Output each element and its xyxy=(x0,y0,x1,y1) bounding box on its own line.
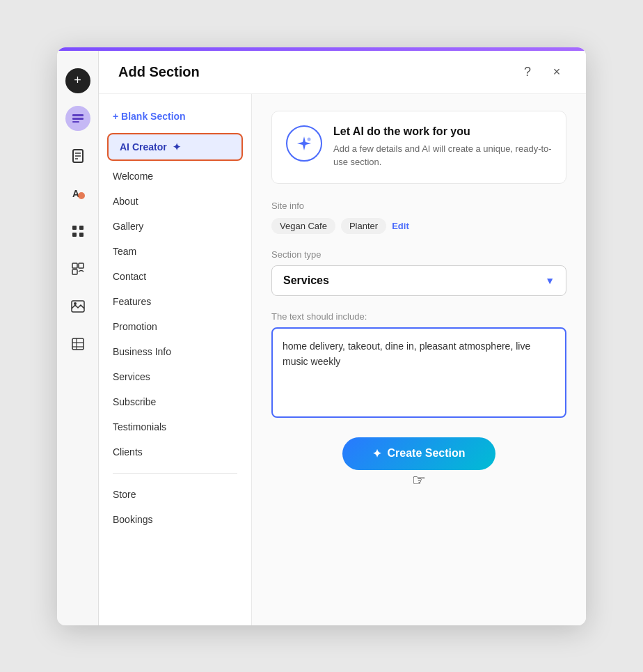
ai-promo-text: Let AI do the work for you Add a few det… xyxy=(333,125,552,169)
svg-rect-11 xyxy=(72,233,77,237)
left-panel: + Blank Section AI Creator ✦ Welcome Abo… xyxy=(99,94,252,625)
ai-promo-subtitle: Add a few details and AI will create a u… xyxy=(333,142,552,169)
svg-rect-10 xyxy=(79,226,84,230)
modal-wrapper: + A xyxy=(57,47,586,625)
btn-wrapper: ✦ Create Section ☞ xyxy=(271,437,566,470)
site-info-label: Site info xyxy=(271,201,566,211)
svg-rect-12 xyxy=(79,233,84,237)
ai-icon-circle xyxy=(286,125,322,162)
section-type-select[interactable]: Services ▼ xyxy=(271,265,566,296)
apps-icon-btn[interactable] xyxy=(65,219,90,244)
section-item-store[interactable]: Store xyxy=(99,482,251,507)
icon-sidebar: + A xyxy=(57,47,99,625)
modal-title: Add Section xyxy=(118,64,200,80)
section-item-bookings[interactable]: Bookings xyxy=(99,507,251,532)
right-panel: Let AI do the work for you Add a few det… xyxy=(252,94,586,625)
edit-site-info-link[interactable]: Edit xyxy=(392,221,409,231)
help-button[interactable]: ? xyxy=(518,63,537,82)
cursor-icon: ☞ xyxy=(412,471,426,490)
section-item-clients[interactable]: Clients xyxy=(99,439,251,464)
outer-container: + A xyxy=(0,0,643,672)
modal-body: + Blank Section AI Creator ✦ Welcome Abo… xyxy=(99,94,586,625)
header-actions: ? × xyxy=(518,63,566,82)
pages-icon-btn[interactable] xyxy=(65,106,90,131)
site-info-row: Vegan Cafe Planter Edit xyxy=(271,218,566,234)
section-item-features[interactable]: Features xyxy=(99,289,251,314)
divider xyxy=(113,473,237,474)
section-item-team[interactable]: Team xyxy=(99,239,251,264)
chevron-down-icon: ▼ xyxy=(545,275,555,286)
section-item-contact[interactable]: Contact xyxy=(99,264,251,289)
section-type-label: Section type xyxy=(271,249,566,260)
svg-rect-13 xyxy=(72,263,77,268)
svg-point-8 xyxy=(78,192,85,199)
tag-vegan-cafe: Vegan Cafe xyxy=(271,218,335,234)
svg-point-22 xyxy=(308,137,311,141)
btn-sparkle-icon: ✦ xyxy=(372,447,381,460)
ai-creator-label: AI Creator xyxy=(120,141,167,153)
svg-rect-0 xyxy=(72,114,84,116)
svg-point-17 xyxy=(74,302,77,305)
section-item-subscribe[interactable]: Subscribe xyxy=(99,389,251,414)
section-item-about[interactable]: About xyxy=(99,189,251,214)
text-include-label: The text should include: xyxy=(271,311,566,322)
svg-text:A: A xyxy=(72,188,79,199)
section-item-testimonials[interactable]: Testimonials xyxy=(99,414,251,439)
ai-promo-box: Let AI do the work for you Add a few det… xyxy=(271,111,566,184)
svg-rect-9 xyxy=(72,226,77,230)
svg-rect-15 xyxy=(72,269,77,274)
ai-sparkle-icon: ✦ xyxy=(173,141,181,153)
modal-content: Add Section ? × + Blank Section AI Creat… xyxy=(99,47,586,625)
svg-rect-1 xyxy=(72,118,84,120)
section-type-value: Services xyxy=(283,274,329,287)
section-item-business-info[interactable]: Business Info xyxy=(99,339,251,364)
svg-rect-18 xyxy=(72,338,84,350)
svg-rect-2 xyxy=(72,121,79,123)
add-icon-btn[interactable]: + xyxy=(65,68,90,93)
section-item-gallery[interactable]: Gallery xyxy=(99,214,251,239)
text-include-textarea[interactable]: home delivery, takeout, dine in, pleasan… xyxy=(271,327,566,418)
puzzle-icon-btn[interactable] xyxy=(65,256,90,281)
theme-icon-btn[interactable]: A xyxy=(65,181,90,206)
tag-planter: Planter xyxy=(341,218,386,234)
create-section-label: Create Section xyxy=(387,447,465,460)
section-item-welcome[interactable]: Welcome xyxy=(99,164,251,189)
document-icon-btn[interactable] xyxy=(65,143,90,169)
table-icon-btn[interactable] xyxy=(65,331,90,357)
blank-section-link[interactable]: + Blank Section xyxy=(99,105,251,127)
media-icon-btn[interactable] xyxy=(65,294,90,319)
modal-header: Add Section ? × xyxy=(99,47,586,94)
ai-promo-title: Let AI do the work for you xyxy=(333,125,552,138)
create-section-button[interactable]: ✦ Create Section xyxy=(342,437,495,470)
close-button[interactable]: × xyxy=(547,63,566,82)
svg-rect-14 xyxy=(79,263,84,268)
section-item-promotion[interactable]: Promotion xyxy=(99,314,251,339)
ai-creator-item[interactable]: AI Creator ✦ xyxy=(107,133,243,161)
section-item-services[interactable]: Services xyxy=(99,364,251,389)
